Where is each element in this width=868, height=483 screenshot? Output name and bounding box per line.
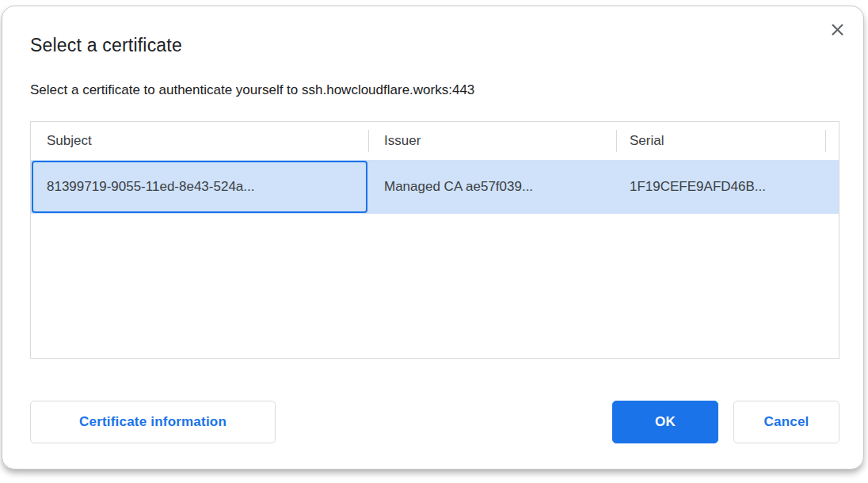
column-divider — [616, 130, 617, 152]
column-header-issuer: Issuer — [384, 122, 421, 160]
certificate-select-dialog: Select a certificate Select a certificat… — [2, 6, 864, 470]
column-divider — [368, 130, 369, 152]
ok-button[interactable]: OK — [612, 401, 718, 443]
dialog-title: Select a certificate — [30, 35, 182, 56]
certificate-information-button[interactable]: Certificate information — [30, 401, 276, 443]
table-row[interactable]: 81399719-9055-11ed-8e43-524a... Managed … — [31, 160, 839, 214]
column-header-subject: Subject — [47, 122, 92, 160]
cancel-button[interactable]: Cancel — [733, 401, 839, 443]
dialog-subtitle: Select a certificate to authenticate you… — [30, 82, 474, 98]
certificate-table: Subject Issuer Serial 81399719-9055-11ed… — [30, 121, 839, 359]
column-header-serial: Serial — [630, 122, 664, 160]
cell-serial: 1F19CEFE9AFD46B... — [630, 160, 766, 214]
table-header: Subject Issuer Serial — [31, 122, 839, 160]
cell-issuer: Managed CA ae57f039... — [384, 160, 533, 214]
close-x-glyph — [831, 23, 844, 36]
cell-subject: 81399719-9055-11ed-8e43-524a... — [47, 160, 254, 214]
close-icon[interactable] — [828, 21, 846, 38]
column-divider — [825, 130, 826, 152]
